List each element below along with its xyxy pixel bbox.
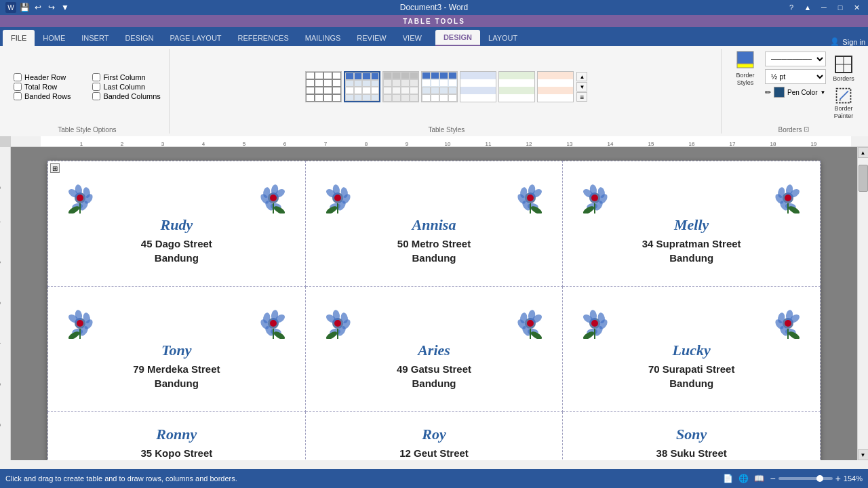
- banded-rows-checkbox[interactable]: [14, 92, 22, 100]
- ruler-bar: 1 2 3 4 5 6 7 8 9 10 11 12 13 14 15 16 1…: [41, 136, 851, 147]
- vertical-scrollbar: ▲ ▼: [857, 147, 868, 460]
- view-web-icon[interactable]: 🌐: [738, 474, 749, 483]
- borders-expand-icon[interactable]: ⊡: [804, 125, 809, 133]
- style-scroll-down[interactable]: ▼: [576, 82, 587, 92]
- first-column-checkbox[interactable]: [92, 73, 100, 81]
- ruler-mark-12: 12: [526, 141, 532, 147]
- table-style-options-group: Header Row First Column Total Row Last C…: [5, 49, 170, 134]
- borders-button[interactable]: Borders: [830, 52, 857, 85]
- maximize-button[interactable]: □: [834, 1, 846, 14]
- first-column-option[interactable]: First Column: [92, 73, 160, 81]
- view-print-icon[interactable]: 📄: [723, 474, 733, 483]
- sign-in-label[interactable]: Sign in: [842, 38, 865, 46]
- pen-color-row[interactable]: ✏ Pen Color ▼: [765, 87, 826, 98]
- header-row-checkbox[interactable]: [14, 73, 22, 81]
- label-cell-1-1[interactable]: Aries 49 Gatsu Street Bandung: [305, 287, 563, 412]
- zoom-out-button[interactable]: −: [770, 473, 775, 484]
- save-quick-icon[interactable]: 💾: [19, 2, 30, 13]
- tab-references[interactable]: REFERENCES: [230, 30, 297, 46]
- help-button[interactable]: ?: [785, 1, 797, 14]
- pen-color-swatch[interactable]: [774, 87, 785, 98]
- tab-insert[interactable]: INSERT: [73, 30, 117, 46]
- minimize-button[interactable]: ─: [818, 1, 830, 14]
- undo-quick-icon[interactable]: ↩: [33, 2, 43, 13]
- label-card-annisa: Annisa 50 Metro Street Bandung: [313, 183, 556, 265]
- tab-mailings[interactable]: MAILINGS: [297, 30, 349, 46]
- label-name-sony: Sony: [676, 426, 707, 443]
- banded-rows-option[interactable]: Banded Rows: [14, 92, 81, 100]
- border-painter-button[interactable]: Border Painter: [830, 87, 857, 121]
- tab-view[interactable]: VIEW: [395, 30, 430, 46]
- banded-columns-label: Banded Columns: [103, 92, 160, 100]
- tab-file[interactable]: FILE: [3, 30, 35, 46]
- style-thumb-7[interactable]: [537, 71, 574, 102]
- ruler-corner: [0, 136, 11, 147]
- style-thumb-6[interactable]: [498, 71, 535, 102]
- ribbon-collapse-button[interactable]: ▲: [802, 1, 814, 14]
- label-cell-0-0[interactable]: Rudy 45 Dago Street Bandung: [48, 161, 306, 287]
- label-cell-1-2[interactable]: Lucky 70 Surapati Street Bandung: [563, 287, 821, 412]
- left-ruler-5: 5: [0, 302, 1, 304]
- label-name-rudy: Rudy: [160, 216, 193, 234]
- last-column-checkbox[interactable]: [92, 83, 100, 91]
- zoom-slider[interactable]: [778, 477, 833, 480]
- borders-content: Border Styles ───────── - - - - - ······…: [730, 49, 857, 123]
- document-page: ⊞: [47, 161, 821, 460]
- tab-page-layout[interactable]: PAGE LAYOUT: [162, 30, 230, 46]
- zoom-in-button[interactable]: +: [835, 473, 841, 484]
- ruler-mark-13: 13: [567, 141, 573, 147]
- customize-quick-icon[interactable]: ▼: [60, 2, 71, 13]
- tab-review[interactable]: REVIEW: [349, 30, 394, 46]
- svg-point-95: [334, 320, 341, 327]
- scroll-down-button[interactable]: ▼: [858, 449, 869, 460]
- border-style-select[interactable]: ───────── - - - - - ·········: [765, 52, 826, 66]
- tab-design[interactable]: DESIGN: [117, 30, 161, 46]
- flower-left-tony: [62, 308, 99, 339]
- style-thumb-4[interactable]: [421, 71, 458, 102]
- border-buttons: Borders Border Painter: [830, 52, 857, 121]
- view-read-icon[interactable]: 📖: [754, 474, 764, 483]
- style-thumb-1[interactable]: [305, 71, 342, 102]
- borders-group: Border Styles ───────── - - - - - ······…: [724, 49, 863, 134]
- table-selector[interactable]: ⊞: [50, 163, 60, 173]
- tab-layout-tt[interactable]: LAYOUT: [480, 30, 526, 46]
- scroll-thumb[interactable]: [859, 165, 868, 192]
- style-scroll-more[interactable]: ≡: [576, 92, 587, 102]
- border-width-select[interactable]: ½ pt ¼ pt 1 pt 2¼ pt: [765, 69, 826, 84]
- tab-design-tt[interactable]: DESIGN: [435, 30, 480, 46]
- shading-button[interactable]: Border Styles: [730, 52, 761, 85]
- title-bar-left: W 💾 ↩ ↪ ▼: [5, 2, 71, 13]
- total-row-checkbox[interactable]: [14, 83, 22, 91]
- document-area[interactable]: ⊞: [11, 147, 857, 460]
- flower-right-aries: [511, 308, 549, 339]
- banded-columns-checkbox[interactable]: [92, 92, 100, 100]
- redo-quick-icon[interactable]: ↪: [46, 2, 57, 13]
- style-thumb-3[interactable]: [382, 71, 419, 102]
- label-cell-2-2[interactable]: Sony 38 Suku Street: [563, 412, 821, 461]
- banded-columns-option[interactable]: Banded Columns: [92, 92, 160, 100]
- label-cell-2-1[interactable]: Roy 12 Geut Street: [305, 412, 563, 461]
- left-ruler-6: 6: [0, 261, 1, 264]
- label-cell-2-0[interactable]: Ronny 35 Kopo Street: [48, 412, 306, 461]
- sign-in-area[interactable]: 👤 Sign in: [830, 37, 865, 46]
- label-card-melly: Melly 34 Supratman Street Bandung: [570, 183, 813, 265]
- scroll-up-button[interactable]: ▲: [858, 147, 869, 158]
- style-thumb-5[interactable]: [460, 71, 496, 102]
- close-button[interactable]: ✕: [850, 1, 863, 14]
- total-row-option[interactable]: Total Row: [14, 83, 81, 91]
- style-thumb-2[interactable]: [344, 71, 380, 102]
- label-cell-0-2[interactable]: Melly 34 Supratman Street Bandung: [563, 161, 821, 287]
- table-row-1: Tony 79 Merdeka Street Bandung: [48, 287, 821, 412]
- style-checkboxes: Header Row First Column Total Row Last C…: [11, 70, 163, 103]
- tab-home[interactable]: HOME: [35, 30, 73, 46]
- scroll-track[interactable]: [858, 158, 868, 449]
- style-scroll-up[interactable]: ▲: [576, 72, 587, 81]
- label-cell-1-0[interactable]: Tony 79 Merdeka Street Bandung: [48, 287, 306, 412]
- label-cell-0-1[interactable]: Annisa 50 Metro Street Bandung: [305, 161, 563, 287]
- label-name-annisa: Annisa: [412, 216, 456, 234]
- label-card-ronny: Ronny 35 Kopo Street: [55, 426, 298, 460]
- ruler-mark-19: 19: [811, 141, 817, 147]
- pen-color-dropdown-icon[interactable]: ▼: [820, 89, 825, 96]
- header-row-option[interactable]: Header Row: [14, 73, 81, 81]
- last-column-option[interactable]: Last Column: [92, 83, 160, 91]
